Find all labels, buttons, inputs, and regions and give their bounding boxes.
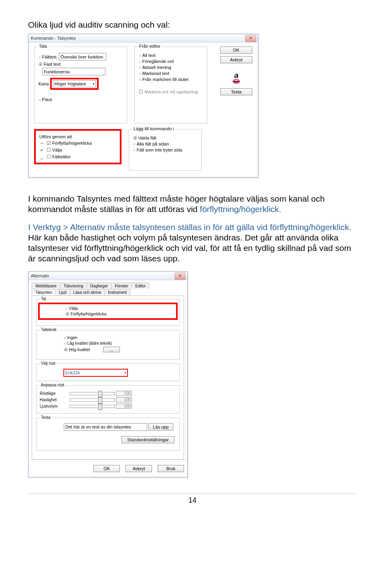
more-button[interactable]: ... xyxy=(103,347,120,352)
dropdown-voice[interactable]: Erik22k xyxy=(64,369,128,376)
cancel-button[interactable]: Avbryt xyxy=(220,56,252,63)
window-title: Kommando - Talsyntes xyxy=(31,36,76,40)
tab-talsyntes[interactable]: Talsyntes xyxy=(32,289,56,295)
radio-all-text[interactable]: All text xyxy=(139,53,156,58)
tab-row-1: Webbläsare Tidsvisning Dagfarger Fönster… xyxy=(32,283,184,289)
check-falteditor[interactable]: Fälteditor xyxy=(47,154,71,160)
group-testa: Testa Läs upp Standardinställningar xyxy=(36,418,180,451)
group-talteknik: Talteknik Ingen Låg kvalitet (äldre tekn… xyxy=(36,330,180,360)
radio-slutet[interactable]: Från markören till slutet xyxy=(139,77,188,82)
radio-valja2[interactable]: Välja xyxy=(65,306,78,311)
slider-volym[interactable] xyxy=(70,405,115,408)
value-volym: 100 xyxy=(116,404,132,409)
tab-row-2: Talsyntes Ljud Läsa och skriva Instrumen… xyxy=(32,289,184,295)
value-rostlage: 100 xyxy=(116,391,132,396)
titlebar: Kommando - Talsyntes ✕ xyxy=(28,34,258,42)
radio-valda[interactable]: Valda fält xyxy=(133,135,156,140)
group-valj-rost: Välj röst Erik22k xyxy=(36,364,180,381)
dropdown-kanal[interactable]: Höger högtalare xyxy=(53,80,96,87)
close-icon[interactable]: ✕ xyxy=(245,35,256,42)
radio-fast-text[interactable]: Fast text xyxy=(38,62,61,67)
cancel-button2[interactable]: Avbryt xyxy=(126,465,152,472)
input-oversikt[interactable] xyxy=(59,53,106,61)
group-tala: Tala Fälttext Fast text Kana Höger högta… xyxy=(34,46,127,123)
tab-lasa[interactable]: Läsa och skriva xyxy=(70,289,105,295)
defaults-button[interactable]: Standardinställningar xyxy=(122,436,174,443)
check-forflytta[interactable]: Förflytta/högerklicka xyxy=(47,140,92,146)
radio-paus[interactable]: Paus xyxy=(38,97,52,102)
tab-tidsvisning[interactable]: Tidsvisning xyxy=(60,283,87,289)
label-rostlage: Röstläge xyxy=(40,391,69,396)
radio-ingen[interactable]: Ingen xyxy=(64,335,77,340)
tab-dagfarger[interactable]: Dagfarger xyxy=(87,283,111,289)
legend-talteknik: Talteknik xyxy=(40,327,58,332)
input-testtext[interactable] xyxy=(64,423,147,431)
page-heading: Olika ljud vid auditiv scanning och val: xyxy=(28,20,357,30)
highlight-utfors: Utförs genom att → Förflytta/högerklicka… xyxy=(34,129,122,164)
check-valja[interactable]: Välja xyxy=(47,147,62,153)
legend-tal: Tal xyxy=(40,297,47,301)
titlebar2: Alternativ ✕ xyxy=(28,272,187,280)
radio-foreg[interactable]: Föregående ord xyxy=(139,59,174,64)
close-icon[interactable]: ✕ xyxy=(174,273,186,280)
tab-webblasare[interactable]: Webbläsare xyxy=(32,283,60,289)
para2a: I Verktyg > Alternativ måste talsyntesen… xyxy=(28,222,351,232)
slider-hastighet[interactable] xyxy=(70,398,115,402)
page-footer: 14 xyxy=(28,493,357,505)
radio-hog[interactable]: Hög kvalitet xyxy=(64,348,90,352)
bruk-button[interactable]: Bruk xyxy=(158,465,184,472)
value-hastighet: 100 xyxy=(116,397,132,402)
highlight-tal: Välja Förflytta/högerklicka xyxy=(38,303,178,320)
ok-button[interactable]: OK xyxy=(220,46,252,54)
legend-editor: Från editor xyxy=(138,44,162,48)
tab-body: Tal Välja Förflytta/högerklicka Taltekni… xyxy=(32,295,184,460)
ok-button2[interactable]: OK xyxy=(93,465,120,472)
radio-aktuell[interactable]: Aktuell mening xyxy=(139,65,171,70)
legend-lagg: Lägg till kommando i xyxy=(132,126,175,131)
right-buttons: OK Avbryt a 👄 Testa xyxy=(220,46,252,98)
check-markera-ord: Markera ord vid uppläsning xyxy=(139,89,198,94)
group-lagg: Lägg till kommando i Valda fält Alla fäl… xyxy=(129,129,202,171)
paragraph-2: I Verktyg > Alternativ måste talsyntesen… xyxy=(28,222,357,264)
para2b: Här kan både hastighet och volym på tals… xyxy=(28,233,351,263)
label-hastighet: Hastighet xyxy=(40,398,69,402)
para1b: förflyttning/högerklick. xyxy=(200,204,281,214)
label-kanal: Kana xyxy=(38,81,49,86)
legend-testa: Testa xyxy=(40,415,52,420)
page-number: 14 xyxy=(188,496,197,504)
radio-markerad[interactable]: Markerad text xyxy=(139,71,169,76)
group-editor: Från editor All text Föregående ord Aktu… xyxy=(134,46,207,123)
input-funktionerna[interactable] xyxy=(42,68,105,75)
legend-tala: Tala xyxy=(38,44,48,48)
tab-editor[interactable]: Editor xyxy=(132,283,149,289)
arrow-right-icon: → xyxy=(39,141,44,145)
radio-forflytta2[interactable]: Förflytta/högerklicka xyxy=(65,312,106,316)
dialog-talsyntes: Kommando - Talsyntes ✕ OK Avbryt a 👄 Tes… xyxy=(28,34,258,178)
tab-fonster[interactable]: Fönster xyxy=(111,283,132,289)
window-title2: Alternativ xyxy=(31,273,49,278)
legend-anpassa: Anpassa röst xyxy=(40,383,65,387)
slider-rostlage[interactable] xyxy=(70,392,115,395)
lips-icon: 👄 xyxy=(220,80,252,83)
label-volym: Ljudvolym xyxy=(40,404,69,408)
group-tal: Tal Välja Förflytta/högerklicka xyxy=(36,299,180,326)
highlight-kanal: Höger högtalare xyxy=(50,78,99,90)
tab-instrument[interactable]: Instrument xyxy=(104,289,130,295)
radio-inte[interactable]: Fält som inte byter sida xyxy=(133,148,182,152)
radio-alla[interactable]: Alla fält på sidan xyxy=(133,141,169,146)
radio-falttext[interactable]: Fälttext xyxy=(38,55,57,59)
paragraph-1: I kommando Talsyntes med fälttext måste … xyxy=(28,194,357,215)
check-icon: ✓ xyxy=(39,148,44,153)
group-anpassa: Anpassa röst Röstläge 100 Hastighet 100 … xyxy=(36,385,180,414)
test-button[interactable]: Testa xyxy=(220,88,252,95)
legend-utfors: Utförs genom att xyxy=(39,134,72,139)
dialog-alternativ: Alternativ ✕ Webbläsare Tidsvisning Dagf… xyxy=(28,271,188,478)
legend-valj-rost: Välj röst xyxy=(40,361,57,366)
underscore-icon: _ xyxy=(39,154,44,159)
radio-lag[interactable]: Låg kvalitet (äldre teknik) xyxy=(64,341,112,346)
tab-ljud[interactable]: Ljud xyxy=(55,289,70,295)
read-button[interactable]: Läs upp xyxy=(148,423,173,430)
dialog-footer: OK Avbryt Bruk xyxy=(28,460,187,477)
